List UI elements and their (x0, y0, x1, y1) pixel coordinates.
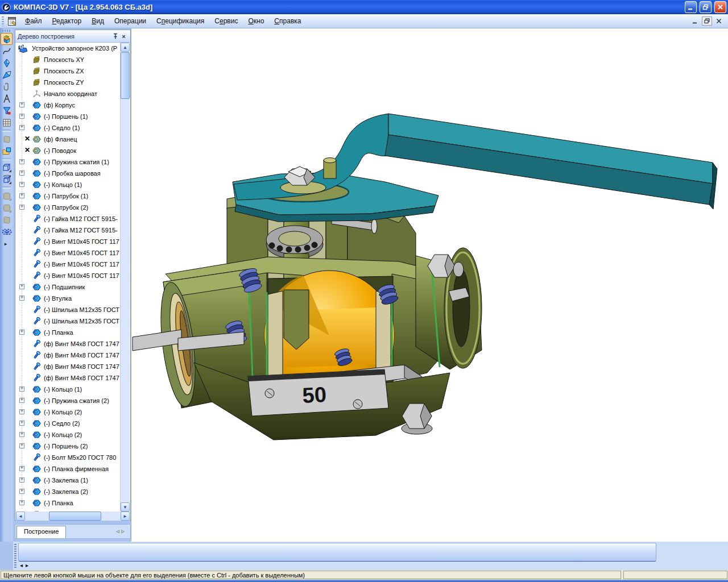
tree-item[interactable]: (-) Шпилька М12x35 ГОСТ (16, 304, 121, 315)
rotate-body-icon[interactable] (1, 173, 13, 185)
extrude-icon[interactable] (1, 161, 13, 173)
boolean-icon-disabled[interactable] (1, 190, 13, 202)
menu-спецификация[interactable]: Спецификация (151, 15, 209, 27)
expand-plus-icon[interactable]: + (19, 193, 24, 198)
tree-item[interactable]: Плоскость ZX (16, 65, 121, 77)
tree-item[interactable]: (-) Гайка М12 ГОСТ 5915- (16, 225, 121, 236)
tree-item[interactable]: +(-) Втулка (16, 293, 121, 304)
shell-icon-disabled[interactable] (1, 214, 13, 226)
measure-icon[interactable] (1, 93, 13, 105)
expand-plus-icon[interactable]: + (19, 102, 24, 107)
tree-item[interactable]: +(-) Планка (16, 327, 121, 338)
dart-icon[interactable] (1, 69, 13, 81)
tree-item[interactable]: (-) Винт М10x45 ГОСТ 117 (16, 247, 121, 259)
tree-item[interactable]: (-) Гайка М12 ГОСТ 5915- (16, 213, 121, 225)
tree-item[interactable]: +(-) Кольцо (1) (16, 384, 121, 395)
expand-plus-icon[interactable]: + (19, 182, 24, 187)
tree-item[interactable]: (ф) Винт М4x8 ГОСТ 1747 (16, 361, 121, 372)
tree-item[interactable]: Начало координат (16, 88, 121, 99)
expand-plus-icon[interactable]: + (19, 443, 24, 448)
close-panel-icon[interactable]: × (119, 32, 128, 40)
scroll-right-icon[interactable]: ► (121, 512, 130, 521)
expand-plus-icon[interactable]: + (19, 125, 24, 130)
toolbar-grip[interactable] (2, 30, 11, 32)
menu-вид[interactable]: Вид (86, 15, 109, 27)
tree-item[interactable]: Плоскость XY (16, 54, 121, 65)
pin-icon[interactable] (1, 57, 13, 69)
expand-plus-icon[interactable]: + (19, 398, 24, 403)
scroll-left-icon[interactable]: ◄ (16, 512, 25, 521)
tree-item[interactable]: +(-) Кольцо (2) (16, 406, 121, 418)
property-tab-arrows[interactable]: ◂▸ (20, 562, 31, 568)
tree-item[interactable]: +(-) Патрубок (1) (16, 190, 121, 202)
tree-item[interactable]: +(-) Планка (16, 497, 121, 509)
tree-vertical-scrollbar[interactable]: ▲ ▼ (120, 43, 130, 512)
tree-item-excluded[interactable]: ✕(ф) Фланец (16, 134, 121, 145)
scrollbar-thumb[interactable] (121, 52, 130, 99)
expand-plus-icon[interactable]: + (19, 409, 24, 414)
tree-item-excluded[interactable]: ✕(-) Поводок (16, 145, 121, 156)
tree-item[interactable]: +(-) Поршень (2) (16, 440, 121, 452)
menu-файл[interactable]: Файл (20, 15, 47, 27)
tree-root-item[interactable]: Устройство запорное К203 (Р (16, 43, 121, 54)
tree-item[interactable]: +(-) Заклепка (1) (16, 475, 121, 486)
expand-plus-icon[interactable]: + (19, 114, 24, 119)
tree-item[interactable]: (ф) Винт М4x8 ГОСТ 1747 (16, 338, 121, 350)
tree-item[interactable]: +(-) Кольцо (1) (16, 179, 121, 190)
expand-plus-icon[interactable]: + (19, 500, 24, 505)
menu-сервис[interactable]: Сервис (209, 15, 243, 27)
mdi-minimize-button[interactable] (690, 17, 700, 25)
expand-plus-icon[interactable]: + (19, 421, 24, 426)
spline-icon[interactable] (1, 45, 13, 57)
toolbar-grip[interactable] (2, 16, 4, 26)
surface-icon-disabled[interactable] (1, 133, 13, 145)
expand-plus-icon[interactable]: + (19, 489, 24, 494)
tree-item[interactable]: +(-) Седло (1) (16, 122, 121, 134)
document-icon[interactable] (6, 15, 18, 27)
tree-item[interactable]: +(-) Пробка шаровая (16, 168, 121, 179)
tree-item[interactable]: +(ф) Корпус (16, 99, 121, 111)
pin-icon[interactable] (111, 32, 119, 40)
tab-nav-arrows[interactable]: ◃▹ (116, 527, 127, 535)
scrollbar-thumb[interactable] (49, 512, 101, 521)
expand-plus-icon[interactable]: + (19, 159, 24, 164)
menu-справка[interactable]: Справка (269, 15, 306, 27)
tree-item[interactable]: (ф) Винт М4x8 ГОСТ 1747 (16, 372, 121, 384)
tab-construction[interactable]: Построение (16, 526, 66, 538)
valve-handle[interactable] (233, 114, 717, 222)
tree-item[interactable]: (-) Винт М10x45 ГОСТ 117 (16, 270, 121, 281)
expand-plus-icon[interactable]: + (19, 386, 24, 392)
tree-item[interactable]: (-) Винт М10x45 ГОСТ 117 (16, 236, 121, 247)
restore-button[interactable] (700, 1, 712, 13)
tree-item[interactable]: +(-) Подшипник (16, 281, 121, 293)
tree-item[interactable]: (-) Винт М10x45 ГОСТ 117 (16, 259, 121, 270)
toolbar-grip[interactable] (14, 544, 16, 568)
menu-операции[interactable]: Операции (109, 15, 151, 27)
expand-plus-icon[interactable]: + (19, 477, 24, 483)
valve-3d-model[interactable]: 50 (131, 28, 728, 542)
tree-item[interactable]: +(-) Пружина сжатия (2) (16, 395, 121, 406)
valve-seat-left[interactable] (268, 291, 283, 384)
scroll-up-icon[interactable]: ▲ (121, 43, 130, 52)
fillet-icon-disabled[interactable] (1, 202, 13, 214)
add-component-icon[interactable] (1, 145, 13, 157)
close-button[interactable] (714, 1, 726, 13)
menu-редактор[interactable]: Редактор (47, 15, 87, 27)
valve-nameplate[interactable]: 50 (248, 369, 388, 416)
attach-icon[interactable] (1, 81, 13, 93)
tree-item[interactable]: +(-) Планка фирменная (16, 463, 121, 475)
filter-icon[interactable] (1, 105, 13, 117)
mdi-restore-button[interactable] (702, 16, 712, 26)
mdi-close-button[interactable] (714, 17, 723, 25)
mates-icon[interactable] (1, 226, 13, 238)
grid-icon[interactable] (1, 117, 13, 128)
tree-item[interactable]: +(-) Пружина сжатия (1) (16, 156, 121, 168)
tree-item[interactable]: (ф) Винт М4x8 ГОСТ 1747 (16, 350, 121, 361)
expand-plus-icon[interactable]: + (19, 466, 24, 471)
tree-horizontal-scrollbar[interactable]: ◄ ► (16, 512, 130, 521)
toolbar-expand-icon[interactable]: ▸ (1, 238, 13, 250)
tree-item[interactable]: +(-) Заклепка (2) (16, 486, 121, 497)
edit-assembly-icon[interactable] (1, 33, 13, 45)
tree-item[interactable]: Плоскость ZY (16, 77, 121, 88)
tree-item[interactable]: +(-) Седло (2) (16, 418, 121, 429)
